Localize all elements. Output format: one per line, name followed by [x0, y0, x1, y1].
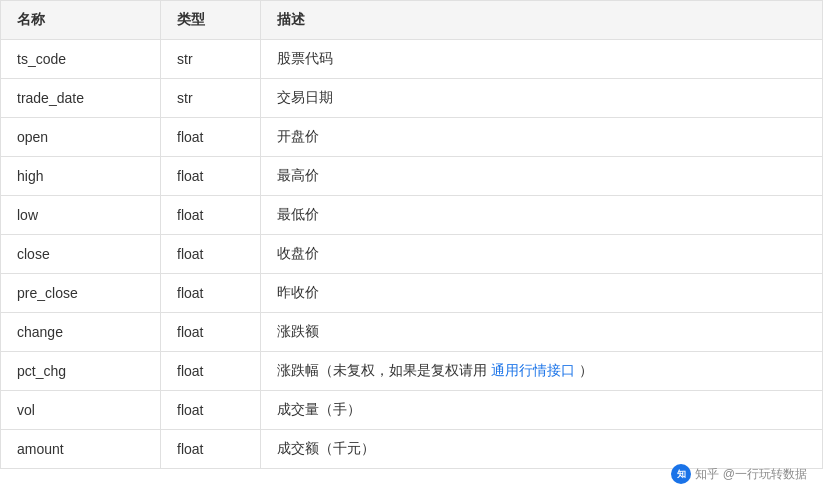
- cell-type: float: [161, 235, 261, 274]
- data-table: 名称 类型 描述 ts_codestr股票代码trade_datestr交易日期…: [0, 0, 823, 469]
- table-row: changefloat涨跌额: [1, 313, 823, 352]
- cell-name: amount: [1, 430, 161, 469]
- watermark: 知 知乎 @一行玩转数据: [671, 464, 807, 484]
- cell-desc: 最低价: [261, 196, 823, 235]
- cell-name: ts_code: [1, 40, 161, 79]
- cell-desc: 涨跌幅（未复权，如果是复权请用 通用行情接口 ）: [261, 352, 823, 391]
- link-general-market[interactable]: 通用行情接口: [491, 362, 575, 378]
- cell-name: open: [1, 118, 161, 157]
- cell-type: float: [161, 196, 261, 235]
- table-row: volfloat成交量（手）: [1, 391, 823, 430]
- cell-type: str: [161, 40, 261, 79]
- cell-type: float: [161, 313, 261, 352]
- cell-name: trade_date: [1, 79, 161, 118]
- cell-desc: 开盘价: [261, 118, 823, 157]
- cell-type: float: [161, 352, 261, 391]
- table-row: ts_codestr股票代码: [1, 40, 823, 79]
- cell-desc: 收盘价: [261, 235, 823, 274]
- table-row: pre_closefloat昨收价: [1, 274, 823, 313]
- cell-name: pre_close: [1, 274, 161, 313]
- table-row: amountfloat成交额（千元）: [1, 430, 823, 469]
- header-desc: 描述: [261, 1, 823, 40]
- cell-name: high: [1, 157, 161, 196]
- table-row: trade_datestr交易日期: [1, 79, 823, 118]
- table-row: highfloat最高价: [1, 157, 823, 196]
- table-row: openfloat开盘价: [1, 118, 823, 157]
- cell-type: float: [161, 274, 261, 313]
- cell-name: low: [1, 196, 161, 235]
- header-name: 名称: [1, 1, 161, 40]
- cell-desc: 交易日期: [261, 79, 823, 118]
- cell-desc: 涨跌额: [261, 313, 823, 352]
- table-row: lowfloat最低价: [1, 196, 823, 235]
- cell-desc: 昨收价: [261, 274, 823, 313]
- cell-desc: 成交量（手）: [261, 391, 823, 430]
- watermark-text: 知乎 @一行玩转数据: [695, 466, 807, 483]
- cell-type: float: [161, 118, 261, 157]
- table-row: pct_chgfloat涨跌幅（未复权，如果是复权请用 通用行情接口 ）: [1, 352, 823, 391]
- cell-type: float: [161, 430, 261, 469]
- watermark-logo: 知: [671, 464, 691, 484]
- table-row: closefloat收盘价: [1, 235, 823, 274]
- cell-desc: 成交额（千元）: [261, 430, 823, 469]
- cell-desc: 最高价: [261, 157, 823, 196]
- cell-name: change: [1, 313, 161, 352]
- table-header-row: 名称 类型 描述: [1, 1, 823, 40]
- cell-name: vol: [1, 391, 161, 430]
- header-type: 类型: [161, 1, 261, 40]
- cell-desc: 股票代码: [261, 40, 823, 79]
- table-wrapper: 名称 类型 描述 ts_codestr股票代码trade_datestr交易日期…: [0, 0, 823, 469]
- cell-type: float: [161, 157, 261, 196]
- cell-type: str: [161, 79, 261, 118]
- cell-name: close: [1, 235, 161, 274]
- cell-name: pct_chg: [1, 352, 161, 391]
- cell-type: float: [161, 391, 261, 430]
